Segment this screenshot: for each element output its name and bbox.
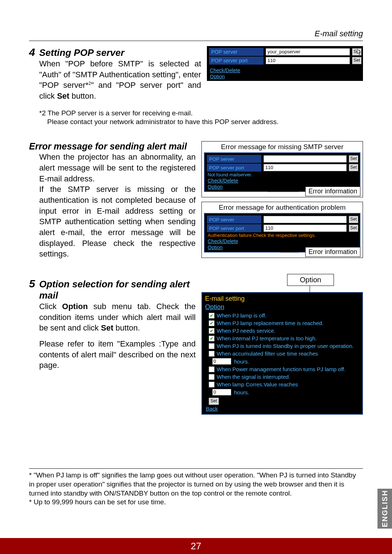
step-number: 4 xyxy=(29,46,39,58)
step4-body: When "POP before SMTP" is selected at "A… xyxy=(39,58,201,102)
fig-auth-problem: Error message for authentication problem… xyxy=(201,202,363,258)
set-button[interactable]: Set xyxy=(349,225,358,232)
step-title: Option selection for sending alert mail xyxy=(39,279,196,301)
pop-port-input[interactable]: 110 xyxy=(264,164,347,171)
checkbox-icon[interactable] xyxy=(209,343,215,349)
callout-line xyxy=(268,184,299,192)
step4-note: *2 The POP server is a server for receiv… xyxy=(39,109,363,127)
pop-server-panel: POP server your_popserver Set POP server… xyxy=(207,46,363,81)
back-link[interactable]: Back xyxy=(205,405,359,412)
footnotes: * "When PJ lamp is off" signifies the la… xyxy=(29,468,363,507)
option-item-label: When PJ is turned into Standby in proper… xyxy=(217,343,354,349)
checkbox-icon[interactable]: ✔ xyxy=(209,336,215,341)
error-section-title: Error message for sending alert mail xyxy=(29,141,196,152)
error-text: Not found mailserver. xyxy=(207,172,358,177)
step5-block: 5 Option selection for sending alert mai… xyxy=(29,278,363,415)
set-button[interactable]: Set xyxy=(349,164,358,171)
option-item-label: When PJ lamp is off. xyxy=(217,312,266,319)
pop-server-label: POP server xyxy=(207,155,261,163)
option-item-label: When PJ lamp replacement time is reached… xyxy=(217,320,323,326)
step4-block: 4 Setting POP server When "POP before SM… xyxy=(29,46,363,102)
pop-server-input[interactable] xyxy=(264,155,347,163)
option-panel-hd2: Option xyxy=(205,303,359,311)
language-tab: ENGLISH xyxy=(377,489,392,529)
option-panel-hd1: E-mail setting xyxy=(205,295,359,303)
option-item[interactable]: When PJ is turned into Standby in proper… xyxy=(205,342,359,350)
pop-port-label: POP server port xyxy=(209,57,264,65)
checkbox-icon[interactable]: ✔ xyxy=(209,313,215,319)
option-item[interactable]: ✔When PJ lamp is off. xyxy=(205,312,359,319)
check-delete-link[interactable]: Check/Delete xyxy=(209,67,362,73)
option-item-label: When Power management function turns PJ … xyxy=(217,366,346,372)
error-text: Authentication failure.Check the respect… xyxy=(207,233,358,238)
fig-missing-smtp: Error message for missing SMTP server PO… xyxy=(201,141,363,197)
pop-server-label: POP server xyxy=(209,48,264,56)
checkbox-icon[interactable] xyxy=(209,374,215,380)
option-item[interactable]: ✔When internal PJ temperature is too hig… xyxy=(205,335,359,342)
footnote-1: * "When PJ lamp is off" signifies the la… xyxy=(29,471,363,498)
set-button[interactable]: Set xyxy=(352,57,362,64)
option-item[interactable]: When Power management function turns PJ … xyxy=(205,365,359,373)
step5-heading: 5 Option selection for sending alert mai… xyxy=(29,278,196,301)
hours-label: hours. xyxy=(234,358,249,365)
error-p1: When the projector has an abnormality, a… xyxy=(39,152,196,184)
footnote-2: * Up to 99,999 hours can be set for use … xyxy=(29,498,363,507)
pop-port-label: POP server port xyxy=(207,164,261,172)
pop-port-input[interactable]: 110 xyxy=(264,225,347,232)
option-item-label: When the signal is interrupted. xyxy=(217,374,290,380)
hours-row: 0hours. xyxy=(205,388,359,396)
step5-p2: Please refer to item "Examples :Type and… xyxy=(39,338,196,371)
check-delete-link[interactable]: Check/Delete xyxy=(207,238,358,244)
set-button[interactable]: Set xyxy=(349,155,358,163)
error-info-callout: Error information xyxy=(305,186,360,196)
pop-port-input[interactable]: 110 xyxy=(266,57,350,64)
set-button[interactable]: Set xyxy=(349,216,358,223)
pop-server-input[interactable]: your_popserver xyxy=(266,48,350,56)
footnote-star2-sub: Please contact your network administrato… xyxy=(47,118,363,127)
step4-heading: 4 Setting POP server xyxy=(29,46,201,58)
checkbox-icon[interactable] xyxy=(209,351,215,357)
option-item-label: When internal PJ temperature is too high… xyxy=(217,335,317,341)
pop-server-input[interactable] xyxy=(264,216,347,223)
step5-p1: Click Option sub menu tab. Check the con… xyxy=(39,301,196,333)
option-item-label: When accumulated filter use time reaches xyxy=(217,350,318,357)
checkbox-icon[interactable]: ✔ xyxy=(209,328,215,334)
pop-server-label: POP server xyxy=(207,216,261,223)
checkbox-icon[interactable] xyxy=(209,366,215,372)
option-item[interactable]: When accumulated filter use time reaches xyxy=(205,350,359,357)
error-p2: If the SMTP server is missing or the aut… xyxy=(39,184,196,259)
check-delete-link[interactable]: Check/Delete xyxy=(207,177,358,184)
fig2-caption: Error message for authentication problem xyxy=(204,204,360,212)
option-item[interactable]: ✔When PJ needs service. xyxy=(205,327,359,335)
option-tab-callout: Option xyxy=(287,274,334,286)
error-info-callout: Error information xyxy=(305,247,360,257)
option-item[interactable]: When lamp Corres.Value reaches xyxy=(205,381,359,388)
option-link[interactable]: Option xyxy=(209,73,362,79)
hours-row: 0hours. xyxy=(205,357,359,365)
option-item[interactable]: ✔When PJ lamp replacement time is reache… xyxy=(205,319,359,327)
option-panel: E-mail setting Option ✔When PJ lamp is o… xyxy=(201,292,363,415)
option-tab-wrap: Option E-mail setting Option ✔When PJ la… xyxy=(201,278,363,415)
fig1-caption: Error message for missing SMTP server xyxy=(204,143,360,151)
page-number: 27 xyxy=(0,538,392,554)
set-button[interactable]: Set xyxy=(352,48,362,56)
running-header: E-mail setting xyxy=(29,29,363,41)
footnote-star2: *2 The POP server is a server for receiv… xyxy=(39,109,363,118)
step-title: Setting POP server xyxy=(39,47,124,58)
checkbox-icon[interactable] xyxy=(209,382,215,387)
checkbox-icon[interactable]: ✔ xyxy=(209,320,215,326)
set-button[interactable]: Set xyxy=(209,398,219,405)
filter-hours-input[interactable]: 0 xyxy=(212,358,231,365)
option-item[interactable]: When the signal is interrupted. xyxy=(205,373,359,381)
hours-label: hours. xyxy=(234,389,249,395)
lamp-hours-input[interactable]: 0 xyxy=(212,389,231,395)
option-item-label: When lamp Corres.Value reaches xyxy=(217,381,298,387)
page-content: E-mail setting 4 Setting POP server When… xyxy=(29,29,363,532)
step-number: 5 xyxy=(29,278,39,290)
error-section: Error message for sending alert mail Whe… xyxy=(29,141,363,259)
option-item-label: When PJ needs service. xyxy=(217,328,275,334)
pop-port-label: POP server port xyxy=(207,224,261,232)
callout-line xyxy=(280,244,299,253)
